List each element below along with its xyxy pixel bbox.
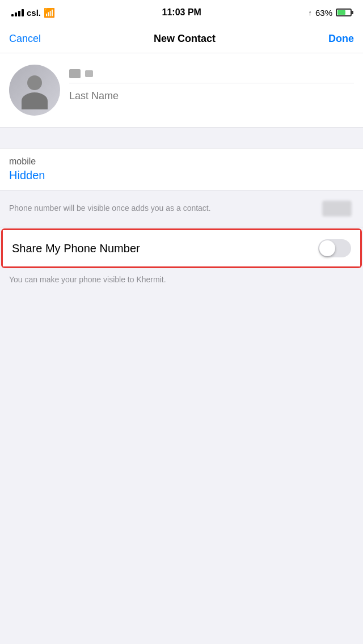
name-fields bbox=[69, 65, 354, 104]
avatar-head bbox=[27, 75, 42, 90]
phone-value-label: Hidden bbox=[9, 169, 354, 182]
toggle-label: Share My Phone Number bbox=[12, 242, 140, 255]
signal-bar-2 bbox=[15, 12, 17, 16]
wifi-icon: 📶 bbox=[44, 7, 55, 18]
first-name-blurred-extra-icon bbox=[85, 70, 93, 77]
phone-type-label: mobile bbox=[9, 156, 354, 167]
page-title: New Contact bbox=[154, 33, 216, 45]
section-spacer bbox=[0, 128, 363, 148]
signal-bar-3 bbox=[18, 11, 20, 16]
contact-form bbox=[0, 53, 363, 128]
first-name-blurred-icon bbox=[69, 69, 81, 78]
name-divider bbox=[69, 83, 354, 83]
blurred-contact-icon bbox=[322, 201, 352, 217]
battery-fill bbox=[337, 10, 345, 15]
toggle-row: Share My Phone Number bbox=[3, 230, 360, 266]
signal-bar-4 bbox=[22, 9, 24, 16]
footer-note-text: You can make your phone visible to Kherm… bbox=[9, 275, 166, 284]
avatar[interactable] bbox=[9, 65, 60, 116]
footer-note: You can make your phone visible to Kherm… bbox=[0, 269, 363, 295]
avatar-placeholder bbox=[9, 65, 60, 116]
signal-bar-1 bbox=[11, 14, 14, 16]
battery-icon bbox=[336, 9, 352, 16]
last-name-input[interactable] bbox=[69, 88, 354, 104]
avatar-silhouette bbox=[18, 73, 52, 107]
contact-preview-image bbox=[320, 198, 354, 219]
navigation-bar: Cancel New Contact Done bbox=[0, 25, 363, 53]
info-banner: Phone number will be visible once adds y… bbox=[0, 190, 363, 227]
done-button[interactable]: Done bbox=[328, 28, 354, 49]
first-name-row bbox=[69, 69, 354, 78]
status-left: csl. 📶 bbox=[11, 7, 55, 18]
status-bar: csl. 📶 11:03 PM ↑ 63% bbox=[0, 0, 363, 25]
toggle-knob bbox=[319, 240, 335, 256]
info-banner-text: Phone number will be visible once adds y… bbox=[9, 203, 211, 214]
battery-percent-label: 63% bbox=[315, 8, 332, 18]
carrier-label: csl. bbox=[27, 8, 41, 18]
phone-section: mobile Hidden bbox=[0, 148, 363, 190]
avatar-body bbox=[22, 92, 48, 109]
share-phone-toggle[interactable] bbox=[318, 239, 351, 257]
signal-bars-icon bbox=[11, 9, 24, 16]
status-time: 11:03 PM bbox=[162, 7, 201, 18]
share-phone-section: Share My Phone Number bbox=[1, 228, 362, 268]
location-icon: ↑ bbox=[308, 9, 312, 17]
status-right: ↑ 63% bbox=[308, 8, 352, 18]
cancel-button[interactable]: Cancel bbox=[9, 28, 41, 49]
